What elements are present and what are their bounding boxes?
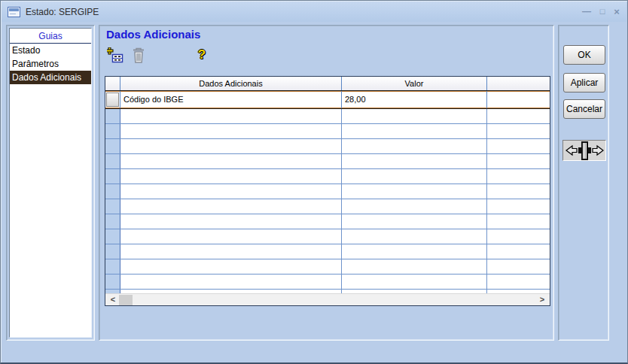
- record-navigator: [562, 140, 606, 161]
- empty-cell[interactable]: [342, 139, 487, 153]
- row-selector-cell[interactable]: [105, 154, 120, 168]
- empty-cell[interactable]: [487, 244, 550, 259]
- window-icon: [8, 7, 20, 17]
- minimize-button[interactable]: —: [580, 5, 593, 18]
- grid-row-selected[interactable]: Código do IBGE 28,00: [105, 91, 550, 109]
- nav-prev-icon[interactable]: [565, 144, 578, 156]
- delete-row-icon[interactable]: [131, 47, 148, 64]
- sidebar-item-parametros[interactable]: Parâmetros: [10, 57, 91, 71]
- empty-cell[interactable]: [342, 275, 487, 289]
- empty-cell[interactable]: [120, 154, 342, 168]
- grid-empty-rows: [105, 109, 550, 305]
- scroll-right-arrow-icon[interactable]: >: [536, 294, 548, 306]
- empty-cell[interactable]: [487, 124, 550, 138]
- maximize-button[interactable]: □: [596, 5, 609, 18]
- data-grid: Dados Adicionais Valor Código do IBGE 28…: [105, 76, 550, 306]
- empty-cell[interactable]: [120, 199, 342, 214]
- grid-header-dados-adicionais[interactable]: Dados Adicionais: [120, 77, 342, 90]
- row-selector-cell[interactable]: [105, 199, 120, 214]
- cancel-button[interactable]: Cancelar: [563, 99, 605, 119]
- help-icon[interactable]: ?: [196, 47, 208, 64]
- nav-slider-thumb[interactable]: [581, 141, 588, 160]
- ok-button[interactable]: OK: [563, 45, 605, 65]
- grid-empty-row[interactable]: [105, 199, 550, 214]
- horizontal-scrollbar[interactable]: < >: [105, 293, 550, 305]
- nav-next-icon[interactable]: [591, 144, 605, 156]
- row-selector-cell[interactable]: [105, 214, 120, 229]
- sidebar-item-estado[interactable]: Estado: [10, 44, 91, 57]
- grid-empty-row[interactable]: [105, 244, 550, 259]
- empty-cell[interactable]: [487, 259, 550, 274]
- empty-cell[interactable]: [487, 214, 550, 229]
- apply-button[interactable]: Aplicar: [563, 73, 605, 93]
- grid-header-selector: [105, 77, 120, 90]
- guias-listbox: Guias Estado Parâmetros Dados Adicionais: [9, 28, 92, 338]
- grid-empty-row[interactable]: [105, 275, 550, 290]
- scroll-left-arrow-icon[interactable]: <: [107, 294, 119, 306]
- grid-empty-row[interactable]: [105, 154, 550, 169]
- empty-cell[interactable]: [342, 169, 487, 184]
- empty-cell[interactable]: [120, 244, 342, 259]
- guias-header: Guias: [10, 29, 91, 44]
- empty-cell[interactable]: [342, 124, 487, 138]
- empty-cell[interactable]: [487, 199, 550, 214]
- title-bar[interactable]: Estado: SERGIPE — □ ×: [2, 2, 626, 22]
- cell-valor[interactable]: 28,00: [342, 91, 487, 108]
- close-button[interactable]: ×: [610, 5, 623, 18]
- empty-cell[interactable]: [487, 229, 550, 244]
- empty-cell[interactable]: [487, 109, 550, 123]
- empty-cell[interactable]: [487, 275, 550, 289]
- grid-header-extra: [487, 77, 550, 90]
- row-selector-cell[interactable]: [105, 229, 120, 244]
- grid-empty-row[interactable]: [105, 109, 550, 124]
- grid-empty-row[interactable]: [105, 259, 550, 275]
- empty-cell[interactable]: [342, 244, 487, 259]
- dialog-window: Estado: SERGIPE — □ × Guias Estado Parâm…: [0, 0, 628, 364]
- empty-cell[interactable]: [120, 275, 342, 289]
- empty-cell[interactable]: [487, 154, 550, 168]
- row-selector-cell[interactable]: [105, 109, 120, 123]
- row-selector-cell[interactable]: [105, 91, 120, 108]
- grid-empty-row[interactable]: [105, 169, 550, 184]
- empty-cell[interactable]: [342, 259, 487, 274]
- empty-cell[interactable]: [120, 184, 342, 199]
- empty-cell[interactable]: [120, 259, 342, 274]
- grid-header-row: Dados Adicionais Valor: [105, 77, 550, 91]
- row-selector-cell[interactable]: [105, 169, 120, 184]
- row-selector-cell[interactable]: [105, 124, 120, 138]
- empty-cell[interactable]: [487, 169, 550, 184]
- grid-empty-row[interactable]: [105, 124, 550, 139]
- grid-empty-row[interactable]: [105, 214, 550, 229]
- empty-cell[interactable]: [120, 229, 342, 244]
- row-selector-cell[interactable]: [105, 244, 120, 259]
- empty-cell[interactable]: [120, 124, 342, 138]
- window-icon-titlestrip: [9, 8, 19, 11]
- grid-empty-row[interactable]: [105, 139, 550, 154]
- empty-cell[interactable]: [487, 184, 550, 199]
- grid-empty-row[interactable]: [105, 184, 550, 199]
- grid-header-valor[interactable]: Valor: [342, 77, 487, 90]
- empty-cell[interactable]: [342, 184, 487, 199]
- sidebar-item-dados-adicionais[interactable]: Dados Adicionais: [10, 71, 91, 84]
- empty-cell[interactable]: [342, 229, 487, 244]
- row-selector-cell[interactable]: [105, 139, 120, 153]
- grid-empty-row[interactable]: [105, 229, 550, 244]
- empty-cell[interactable]: [120, 139, 342, 153]
- empty-cell[interactable]: [120, 214, 342, 229]
- empty-cell[interactable]: [120, 109, 342, 123]
- scrollbar-thumb[interactable]: [119, 295, 133, 305]
- empty-cell[interactable]: [487, 139, 550, 153]
- window-icon-line: [10, 14, 16, 14]
- cell-dados-adicionais[interactable]: Código do IBGE: [120, 91, 342, 108]
- cell-extra[interactable]: [487, 91, 550, 108]
- empty-cell[interactable]: [342, 214, 487, 229]
- row-selector-button[interactable]: [106, 93, 119, 107]
- empty-cell[interactable]: [342, 154, 487, 168]
- empty-cell[interactable]: [342, 109, 487, 123]
- add-row-icon[interactable]: [107, 47, 123, 64]
- row-selector-cell[interactable]: [105, 275, 120, 289]
- empty-cell[interactable]: [342, 199, 487, 214]
- empty-cell[interactable]: [120, 169, 342, 184]
- row-selector-cell[interactable]: [105, 259, 120, 274]
- row-selector-cell[interactable]: [105, 184, 120, 199]
